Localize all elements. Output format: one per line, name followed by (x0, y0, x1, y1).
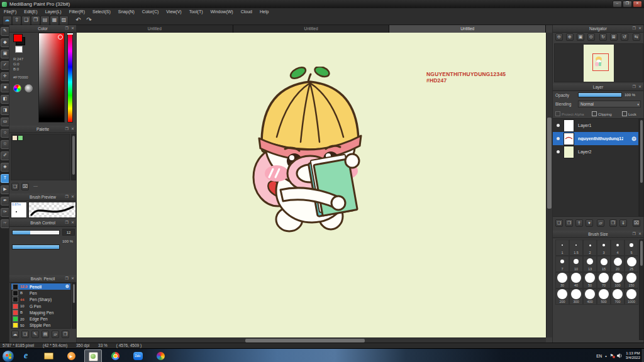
panel-close-icon[interactable]: ✕ (638, 231, 641, 238)
chat-icon[interactable]: ❐ (31, 16, 40, 25)
panel-popout-icon[interactable]: ❐ (633, 84, 636, 90)
transfer-layer-button[interactable]: ⇪ (575, 219, 583, 227)
canvas-vscrollbar[interactable] (546, 33, 552, 337)
brush-size-scrollbar[interactable] (639, 239, 644, 340)
cloud-icon[interactable]: ☁ (3, 16, 12, 25)
layer-row-nguyenthithuydung[interactable]: nguyenthithuydung12 ⚙ (553, 132, 638, 145)
menu-edit[interactable]: Edit(E) (20, 9, 41, 14)
layer-visibility-icon[interactable] (557, 124, 560, 127)
bucket-tool-icon[interactable]: ◧ (1, 95, 9, 104)
brush-size-option[interactable]: 10 (569, 256, 583, 272)
duplicate-brush-button[interactable]: ❒ (62, 331, 69, 338)
palette-swatch-green[interactable] (18, 135, 23, 141)
delete-layer-button[interactable]: ⌧ (633, 219, 640, 227)
screentone-tool-icon[interactable]: ▣ (1, 50, 9, 58)
document-icon[interactable]: ▤ (40, 16, 50, 25)
layer-visibility-icon[interactable] (557, 137, 560, 140)
brush-size-option[interactable]: 200 (555, 288, 569, 305)
fit-screen-icon[interactable]: ▣ (577, 33, 584, 41)
brush-size-option[interactable]: 700 (611, 288, 625, 305)
brush-size-option[interactable]: 25 (625, 256, 638, 272)
color-picker-cursor[interactable] (58, 35, 63, 40)
text-tool-icon[interactable]: T (1, 174, 9, 183)
menu-select[interactable]: Select(S) (89, 9, 114, 14)
panel-popout-icon[interactable]: ❐ (65, 275, 69, 282)
brush-size-option[interactable]: 7 (555, 256, 569, 272)
brush-size-option[interactable]: 40 (569, 272, 583, 288)
panel-close-icon[interactable]: ✕ (638, 25, 641, 32)
menu-layer[interactable]: Layer(L) (42, 9, 65, 14)
brush-size-option[interactable]: 30 (555, 272, 569, 288)
brush-size-option[interactable]: 3 (597, 239, 611, 256)
brush-size-option[interactable]: 13 (583, 256, 597, 272)
layer-list-scroll-thumb[interactable] (640, 120, 643, 183)
panel-close-icon[interactable]: ✕ (71, 126, 74, 133)
duplicate-layer-button[interactable]: ❐ (565, 219, 573, 227)
brush-item-g-pen[interactable]: 10 G Pen (11, 303, 70, 309)
menu-view[interactable]: View(V) (162, 9, 185, 14)
brush-size-option[interactable]: 50 (583, 272, 597, 288)
brush-size-option[interactable]: 5 (625, 239, 638, 256)
panel-popout-icon[interactable]: ❐ (65, 25, 69, 32)
saturation-value-picker[interactable] (38, 33, 65, 123)
brush-size-option[interactable]: 100 (611, 272, 625, 288)
protect-alpha-checkbox[interactable]: Protect Alpha (555, 111, 584, 116)
brush-item-stipple-pen[interactable]: 50 Stipple Pen (11, 322, 70, 329)
foreground-color-swatch[interactable] (13, 34, 23, 42)
layer-row-layer1[interactable]: Layer1 (553, 119, 638, 132)
panel-close-icon[interactable]: ✕ (71, 275, 74, 282)
show-desktop-button[interactable] (641, 349, 644, 362)
lasso-tool-icon[interactable]: ○ (1, 129, 9, 138)
blending-select[interactable]: Normal ▾ (578, 101, 641, 107)
taskbar-explorer-icon[interactable] (40, 349, 57, 362)
panel-popout-icon[interactable]: ❐ (633, 25, 636, 32)
copy-layer-button[interactable]: ❒ (609, 219, 617, 227)
brush-size-option[interactable]: 1 (555, 239, 569, 256)
navigator-preview[interactable] (554, 43, 643, 82)
menu-snap[interactable]: Snap(N) (114, 9, 138, 14)
add-brush-button[interactable]: ❏ (21, 331, 29, 338)
cloud-brush-button[interactable]: ☁ (11, 331, 19, 338)
layout-icon[interactable]: ▦ (50, 16, 59, 25)
minimize-button[interactable]: – (613, 1, 622, 8)
rotate-right-icon[interactable]: ↻ (599, 33, 607, 41)
layer-menu-button[interactable]: ▾ (586, 219, 593, 227)
brush-size-option[interactable]: 400 (583, 288, 597, 305)
brush-item-mapping-pen[interactable]: B Mapping Pen (11, 309, 70, 315)
publish-icon[interactable]: ⇧ (12, 16, 21, 25)
brush-size-option[interactable]: 500 (597, 288, 611, 305)
eyedropper-tool-icon[interactable]: ✒ (1, 197, 9, 206)
menu-filter[interactable]: Filter(R) (65, 9, 89, 14)
layer-opacity-slider[interactable] (578, 92, 622, 97)
panel-close-icon[interactable]: ✕ (71, 25, 74, 32)
menu-help[interactable]: Help (256, 9, 272, 14)
rotate-left-icon[interactable]: ↺ (621, 33, 628, 41)
taskbar-chrome-icon[interactable] (107, 349, 123, 362)
taskbar-photos-icon[interactable] (152, 349, 169, 362)
tab-untitled-2[interactable]: Untitled (233, 25, 390, 33)
brush-list-scroll-thumb[interactable] (73, 284, 75, 303)
maximize-button[interactable]: ❐ (623, 1, 632, 8)
color-wheel-icon[interactable] (13, 84, 21, 92)
brush-item-pencil[interactable]: 12.0 Pencil ⚙ (11, 283, 70, 290)
color-picker-mode-icon[interactable] (25, 84, 33, 92)
navigator-viewport-rect[interactable] (592, 53, 609, 71)
taskbar-medibang-icon[interactable] (84, 349, 102, 362)
new-layer-button[interactable]: ❏ (555, 219, 563, 227)
menu-cloud[interactable]: Cloud (237, 9, 256, 14)
eraser-tool-icon[interactable]: ◆ (1, 38, 9, 47)
select-tool-icon[interactable]: ▭ (1, 118, 9, 126)
tray-expand-icon[interactable]: ▴ (605, 354, 607, 358)
brush-size-option[interactable]: 150 (625, 272, 638, 288)
brush-size-scroll-thumb[interactable] (640, 241, 643, 266)
brush-size-option[interactable]: 300 (569, 288, 583, 305)
taskbar-zalo-icon[interactable]: Zalo (130, 349, 146, 362)
layer-row-layer2[interactable]: Layer2 (553, 145, 638, 158)
zoom-in-icon[interactable]: ⊕ (566, 33, 574, 41)
taskbar-ie-icon[interactable]: e (18, 349, 34, 362)
delete-palette-color-button[interactable]: ⌧ (21, 183, 29, 190)
reset-rotation-icon[interactable]: ⊠ (610, 33, 618, 41)
brush-size-option[interactable]: 15 (597, 256, 611, 272)
navigator-thumbnail[interactable] (584, 45, 614, 82)
panel-close-icon[interactable]: ✕ (71, 194, 74, 200)
